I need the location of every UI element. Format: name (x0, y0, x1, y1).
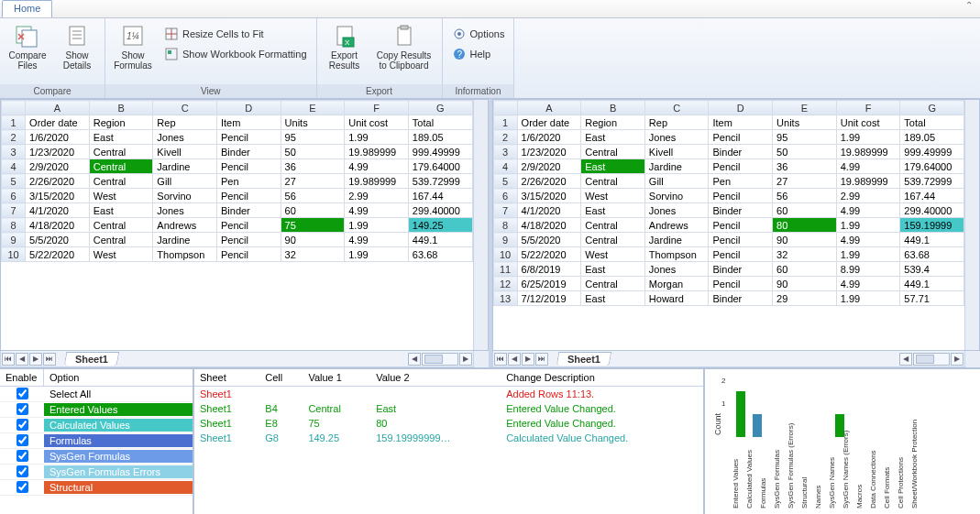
col-header[interactable]: B (89, 101, 153, 115)
hscroll-right-prev[interactable]: ◀ (899, 353, 912, 366)
cell[interactable]: 189.05 (408, 130, 472, 145)
col-header[interactable]: A (517, 101, 581, 115)
cell[interactable]: Thompson (153, 247, 217, 262)
cell[interactable]: Jardine (153, 233, 217, 247)
cell[interactable]: 1/6/2020 (26, 130, 90, 145)
row-header[interactable]: 3 (493, 145, 517, 159)
col-header[interactable]: C (153, 101, 217, 115)
row-header[interactable]: 5 (493, 174, 517, 189)
cell[interactable]: 50 (773, 145, 837, 159)
cell[interactable]: 1.99 (836, 130, 900, 145)
cell[interactable]: 19.989999 (836, 174, 900, 189)
cell[interactable]: Pencil (216, 189, 281, 203)
col-header[interactable]: E (773, 101, 837, 115)
cell[interactable]: East (581, 159, 645, 174)
hscroll-right-track[interactable] (913, 353, 950, 366)
row-header[interactable]: 7 (493, 203, 517, 218)
cell[interactable]: Pencil (709, 218, 773, 233)
cell[interactable]: Jones (644, 130, 709, 145)
cell[interactable]: Jones (644, 262, 709, 277)
cell[interactable]: 19.989999 (345, 145, 409, 159)
option-row[interactable]: Select All (0, 387, 193, 402)
cell[interactable]: 8.99 (836, 262, 900, 277)
header-cell[interactable]: Total (408, 115, 472, 130)
nav-last-left[interactable]: ⏭ (43, 353, 56, 366)
cell[interactable]: 449.1 (900, 277, 964, 291)
cell[interactable]: Pencil (709, 277, 773, 291)
header-cell[interactable]: Region (89, 115, 153, 130)
cell[interactable]: Pencil (709, 130, 773, 145)
cell[interactable]: 299.40000 (900, 203, 964, 218)
row-header[interactable]: 4 (2, 159, 26, 174)
cell[interactable]: East (581, 291, 645, 306)
resize-cells-button[interactable]: Resize Cells to Fit (160, 25, 311, 43)
cell[interactable]: 7/12/2019 (517, 291, 581, 306)
cell[interactable]: 539.72999 (408, 174, 472, 189)
cell[interactable]: East (581, 203, 645, 218)
cell[interactable]: Central (581, 145, 645, 159)
header-cell[interactable]: Units (773, 115, 837, 130)
cell[interactable]: 159.19999 (900, 218, 964, 233)
row-header[interactable]: 13 (493, 291, 517, 306)
cell[interactable]: Jones (644, 203, 709, 218)
cell[interactable]: Central (89, 174, 153, 189)
cell[interactable]: Pencil (709, 159, 773, 174)
row-header[interactable]: 11 (493, 262, 517, 277)
row-header[interactable]: 10 (493, 247, 517, 262)
cell[interactable]: 2/9/2020 (517, 159, 581, 174)
header-cell[interactable]: Order date (517, 115, 581, 130)
row-header[interactable]: 5 (2, 174, 26, 189)
nav-prev-right[interactable]: ◀ (508, 353, 521, 366)
cell[interactable]: 27 (281, 174, 345, 189)
option-checkbox[interactable] (17, 388, 28, 399)
cell[interactable]: 167.44 (900, 189, 964, 203)
cell[interactable]: 3/15/2020 (26, 189, 90, 203)
cell[interactable]: 60 (773, 203, 837, 218)
cell[interactable]: 539.72999 (900, 174, 964, 189)
cell[interactable]: Binder (709, 291, 773, 306)
cell[interactable]: Pen (709, 174, 773, 189)
cell[interactable]: 2/26/2020 (517, 174, 581, 189)
cell[interactable]: 1/23/2020 (26, 145, 90, 159)
col-header[interactable]: G (900, 101, 964, 115)
option-row[interactable]: SysGen Formulas (0, 449, 193, 465)
corner-cell[interactable] (2, 101, 26, 115)
help-button[interactable]: ? Help (448, 45, 509, 63)
row-header[interactable]: 1 (493, 115, 517, 130)
cell[interactable]: 999.49999 (408, 145, 472, 159)
hscroll-left-track[interactable] (422, 353, 458, 366)
cell[interactable]: 4.99 (836, 203, 900, 218)
cell[interactable]: Pen (216, 174, 281, 189)
cell[interactable]: 6/25/2019 (517, 277, 581, 291)
nav-first-right[interactable]: ⏮ (494, 353, 507, 366)
row-header[interactable]: 10 (2, 247, 26, 262)
header-cell[interactable]: Item (216, 115, 281, 130)
row-header[interactable]: 1 (2, 115, 26, 130)
cell[interactable]: 999.49999 (900, 145, 964, 159)
col-header[interactable]: D (216, 101, 281, 115)
sheet-tab-right[interactable]: Sheet1 (556, 352, 611, 366)
cell[interactable]: 4/18/2020 (26, 218, 90, 233)
header-cell[interactable]: Region (581, 115, 645, 130)
cell[interactable]: East (581, 130, 645, 145)
col-header[interactable]: C (644, 101, 709, 115)
hscroll-left-prev[interactable]: ◀ (408, 353, 421, 366)
cell[interactable]: East (89, 130, 153, 145)
cell[interactable]: West (581, 189, 645, 203)
ribbon-tab-home[interactable]: Home (2, 0, 52, 17)
cell[interactable]: West (89, 189, 153, 203)
cell[interactable]: 32 (281, 247, 345, 262)
cell[interactable]: 90 (773, 233, 837, 247)
cell[interactable]: 5/22/2020 (26, 247, 90, 262)
cell[interactable]: 4.99 (836, 277, 900, 291)
cell[interactable]: Howard (644, 291, 709, 306)
cell[interactable]: East (89, 203, 153, 218)
cell[interactable]: Andrews (153, 218, 217, 233)
cell[interactable]: 2/9/2020 (26, 159, 90, 174)
cell[interactable]: 2.99 (836, 189, 900, 203)
cell[interactable]: 19.989999 (836, 145, 900, 159)
option-row[interactable]: Formulas (0, 433, 193, 449)
cell[interactable]: 4.99 (836, 159, 900, 174)
cell[interactable]: 75 (281, 218, 345, 233)
col-header[interactable]: G (408, 101, 472, 115)
